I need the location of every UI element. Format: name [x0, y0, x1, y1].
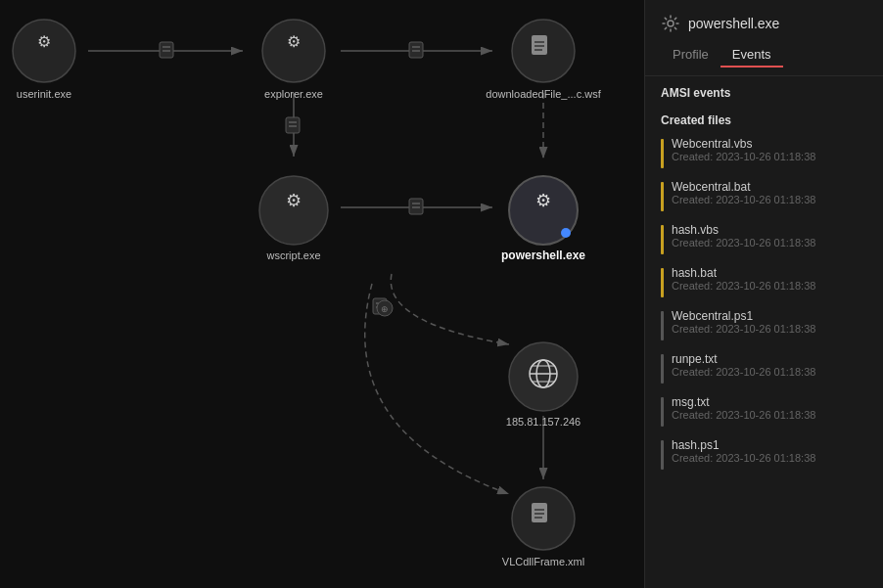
file-name: msg.txt — [672, 395, 815, 409]
file-date: Created: 2023-10-26 01:18:38 — [672, 280, 815, 292]
file-color-bar — [661, 139, 664, 168]
file-color-bar — [661, 440, 664, 470]
created-files-section-title: Created files — [645, 104, 883, 131]
edge-powershell-network — [391, 274, 509, 344]
edge-icon-4 — [409, 199, 423, 214]
svg-text:⚙: ⚙ — [535, 191, 551, 210]
tabs-row: Profile Events — [661, 43, 867, 68]
file-color-bar — [661, 268, 664, 297]
edge-icon-3 — [286, 117, 300, 133]
file-date: Created: 2023-10-26 01:18:38 — [672, 323, 815, 335]
svg-text:⚙: ⚙ — [286, 191, 302, 210]
file-name: runpe.txt — [672, 352, 815, 366]
svg-text:⚙: ⚙ — [287, 33, 301, 50]
label-wscript: wscript.exe — [265, 249, 320, 261]
file-color-bar — [661, 311, 664, 340]
doc-icon-vlcdll — [532, 503, 547, 522]
file-name: Webcentral.bat — [672, 180, 815, 194]
graph-panel: ⊕ ⚙ userinit.exe ⚙ explorer.exe download… — [0, 0, 644, 588]
tab-profile[interactable]: Profile — [661, 43, 720, 68]
file-date: Created: 2023-10-26 01:18:38 — [672, 194, 815, 205]
label-explorer: explorer.exe — [264, 88, 323, 100]
label-network: 185.81.157.246 — [506, 416, 581, 428]
node-network[interactable] — [509, 342, 578, 411]
file-info: hash.vbs Created: 2023-10-26 01:18:38 — [672, 223, 815, 249]
label-downloaded: downloadedFile_...c.wsf — [486, 88, 601, 100]
edge-icon-1 — [160, 42, 173, 58]
file-info: hash.bat Created: 2023-10-26 01:18:38 — [672, 266, 815, 292]
file-date: Created: 2023-10-26 01:18:38 — [672, 237, 815, 249]
file-color-bar — [661, 225, 664, 254]
files-list: Webcentral.vbs Created: 2023-10-26 01:18… — [645, 131, 883, 588]
file-info: msg.txt Created: 2023-10-26 01:18:38 — [672, 395, 815, 421]
file-item[interactable]: msg.txt Created: 2023-10-26 01:18:38 — [645, 389, 883, 432]
svg-text:⊕: ⊕ — [381, 304, 389, 314]
file-name: hash.ps1 — [672, 438, 815, 452]
file-name: hash.vbs — [672, 223, 815, 237]
file-color-bar — [661, 397, 664, 427]
file-color-bar — [661, 354, 664, 384]
powershell-indicator — [561, 228, 571, 238]
file-date: Created: 2023-10-26 01:18:38 — [672, 151, 815, 162]
file-color-bar — [661, 182, 664, 211]
file-item[interactable]: hash.ps1 Created: 2023-10-26 01:18:38 — [645, 432, 883, 475]
file-info: hash.ps1 Created: 2023-10-26 01:18:38 — [672, 438, 815, 464]
details-header: powershell.exe Profile Events — [645, 0, 883, 76]
title-row: powershell.exe — [661, 14, 867, 33]
svg-point-27 — [668, 21, 674, 26]
label-userinit: userinit.exe — [17, 88, 71, 100]
file-name: Webcentral.ps1 — [672, 309, 815, 323]
svg-text:⚙: ⚙ — [37, 33, 51, 50]
file-item[interactable]: Webcentral.ps1 Created: 2023-10-26 01:18… — [645, 303, 883, 346]
file-date: Created: 2023-10-26 01:18:38 — [672, 366, 815, 378]
process-graph: ⊕ ⚙ userinit.exe ⚙ explorer.exe download… — [0, 0, 644, 588]
label-powershell: powershell.exe — [501, 249, 585, 262]
amsi-section-title: AMSI events — [645, 76, 883, 104]
file-date: Created: 2023-10-26 01:18:38 — [672, 452, 815, 464]
file-info: runpe.txt Created: 2023-10-26 01:18:38 — [672, 352, 815, 378]
file-item[interactable]: runpe.txt Created: 2023-10-26 01:18:38 — [645, 346, 883, 389]
edge-icon-2 — [409, 42, 423, 58]
details-panel: powershell.exe Profile Events AMSI event… — [644, 0, 883, 588]
node-explorer[interactable] — [262, 20, 325, 82]
file-info: Webcentral.ps1 Created: 2023-10-26 01:18… — [672, 309, 815, 335]
file-name: Webcentral.vbs — [672, 137, 815, 151]
file-item[interactable]: Webcentral.bat Created: 2023-10-26 01:18… — [645, 174, 883, 217]
file-date: Created: 2023-10-26 01:18:38 — [672, 409, 815, 421]
gear-icon — [661, 14, 680, 33]
label-vlcdll: VLCdllFrame.xml — [502, 556, 584, 567]
file-info: Webcentral.vbs Created: 2023-10-26 01:18… — [672, 137, 815, 162]
doc-icon-downloaded — [532, 35, 547, 55]
file-item[interactable]: hash.vbs Created: 2023-10-26 01:18:38 — [645, 217, 883, 260]
file-item[interactable]: Webcentral.vbs Created: 2023-10-26 01:18… — [645, 131, 883, 174]
tab-events[interactable]: Events — [720, 43, 783, 68]
details-title: powershell.exe — [688, 16, 779, 31]
node-userinit[interactable] — [13, 20, 75, 82]
file-info: Webcentral.bat Created: 2023-10-26 01:18… — [672, 180, 815, 205]
file-name: hash.bat — [672, 266, 815, 280]
node-wscript[interactable] — [259, 176, 328, 245]
file-item[interactable]: hash.bat Created: 2023-10-26 01:18:38 — [645, 260, 883, 303]
